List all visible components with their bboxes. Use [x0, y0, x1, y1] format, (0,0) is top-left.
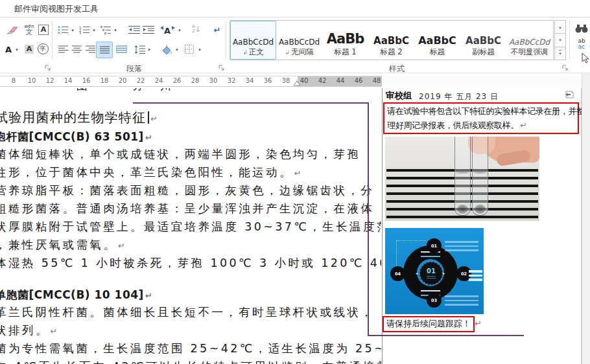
document-page[interactable]: 图 分州 试验用菌种的生物学特征↵ 孢杆菌[CMCC(B) 63 501]↵ 菌…: [0, 88, 381, 364]
align-right-button[interactable]: [83, 43, 97, 56]
document-line[interactable]: 粗糙形菌落。普通肉汤培养基：呈少量浑浊并产生沉淀，在液体↵: [0, 199, 381, 218]
style-item[interactable]: AaBbCcDd ↲ 不明显强调: [506, 21, 552, 60]
text-placeholder: [445, 295, 478, 308]
comment-text-line[interactable]: 请在试验中将包含以下特征的实验样本记录在册，并整: [387, 104, 575, 119]
document-line[interactable]: 菌为专性需氧菌，生长温度范围 25~42℃，适生长温度为 25~30℃，↵: [0, 339, 381, 358]
ruler-row: 8101214161820222426283032343638404244464…: [0, 73, 590, 87]
ribbon-tab[interactable]: 开发工具: [65, 4, 99, 14]
ribbon-tab[interactable]: 审阅: [31, 4, 48, 14]
comment-text-line[interactable]: 请保持后续问题跟踪！: [386, 319, 471, 328]
asian-layout-button[interactable]: A: [158, 23, 176, 36]
ruler-number: 22: [136, 77, 146, 84]
character-shading-button[interactable]: A: [22, 43, 36, 56]
clear-formatting-button[interactable]: [5, 23, 19, 36]
document-line[interactable]: 菌体细短棒状，单个或成链状，两端半圆形，染色均匀，芽孢↵: [0, 145, 381, 163]
document-line[interactable]: 柱形，位于菌体中央，革兰氏染色阳性，能运动。↵: [0, 163, 381, 181]
style-label: ↲ 正文: [242, 47, 264, 57]
numbering-button[interactable]: 123: [77, 23, 91, 36]
borders-icon: [185, 45, 194, 54]
document-text: 试验用菌种的生物学特征↵ 孢杆菌[CMCC(B) 63 501]↵ 菌体细短棒状…: [0, 106, 381, 364]
style-item[interactable]: AaBbCcDd ↲ 正文: [230, 21, 276, 60]
ribbon-tab[interactable]: 邮件: [14, 4, 31, 14]
document-line[interactable]: 在 4℃不生长而在 42℃可以生长的特点可用以鉴别。在普通培养↵: [0, 358, 381, 364]
ribbon-tab-bar: 邮件审阅视图开发工具: [0, 0, 590, 17]
align-center-button[interactable]: [69, 43, 84, 56]
document-line[interactable]: 试验用菌种的生物学特征↵: [0, 106, 381, 128]
borders-dropdown[interactable]: ▾: [197, 47, 202, 52]
styles-gallery-scroll: ▴ ▾ ▾: [554, 20, 566, 60]
replace-button[interactable]: ab ac: [574, 38, 589, 51]
numbering-icon: 123: [79, 25, 90, 34]
comment-text-line[interactable]: 理好周记录报表，供后续观察取样。↵: [387, 119, 575, 133]
bullets-button[interactable]: [56, 23, 70, 36]
horizontal-ruler[interactable]: 8101214161820222426283032343638404244464…: [0, 76, 382, 87]
increase-indent-button[interactable]: [141, 23, 156, 36]
sort-button[interactable]: AZ ↓: [189, 23, 204, 36]
paragraph-mark-icon: ↵: [294, 168, 301, 178]
distributed-icon: [116, 45, 127, 53]
numbering-dropdown[interactable]: ▾: [91, 28, 97, 33]
select-button[interactable]: [578, 52, 590, 65]
style-preview: AaBbC: [418, 34, 456, 47]
justify-button[interactable]: [96, 41, 113, 58]
asian-layout-dropdown[interactable]: ▾: [177, 28, 182, 33]
decrease-indent-button[interactable]: [127, 23, 141, 36]
styles-dialog-launcher[interactable]: [561, 64, 569, 71]
document-line[interactable]: 营养琼脂平板：菌落表面粗糙，圆形，灰黄色，边缘锯齿状，分↵: [0, 181, 381, 199]
ruler-number: 32: [226, 77, 237, 84]
font-color-button[interactable]: A: [1, 43, 16, 56]
line-spacing-dropdown[interactable]: ▾: [147, 47, 152, 52]
ruler-number: 26: [172, 77, 182, 84]
show-hide-marks-button[interactable]: ↵: [210, 23, 224, 36]
comment-reply-icon[interactable]: [564, 91, 574, 99]
multilevel-list-dropdown[interactable]: ▾: [113, 28, 118, 33]
font-color-dropdown[interactable]: ▾: [14, 47, 19, 52]
font-dialog-launcher[interactable]: [44, 64, 51, 71]
document-line[interactable]: 单胞菌[CMCC(B) 10 104]↵: [0, 286, 381, 303]
line-spacing-button[interactable]: [132, 43, 147, 56]
character-border-button[interactable]: A: [36, 23, 51, 36]
shading-button[interactable]: [159, 43, 174, 56]
document-line[interactable]: 革兰氏阴性杆菌。菌体细长且长短不一，有时呈球杆状或线状，↵: [0, 303, 381, 321]
ruler-number: 28: [190, 77, 200, 84]
document-line[interactable]: ↵: [0, 272, 381, 286]
ribbon-tab[interactable]: 视图: [48, 4, 65, 14]
shading-dropdown[interactable]: ▾: [174, 47, 180, 52]
distributed-button[interactable]: [114, 43, 128, 56]
align-left-button[interactable]: [56, 43, 70, 56]
style-item[interactable]: AaBbC ↲ 副标题: [460, 21, 506, 60]
multilevel-list-icon: [100, 25, 112, 34]
document-line[interactable]: ，兼性厌氧或需氧。↵: [0, 236, 381, 254]
document-line[interactable]: 状厚膜粘附于试管壁上。最适宜培养温度 30~37℃，生长温度范↵: [0, 218, 381, 236]
styles-scroll-up-button[interactable]: ▴: [554, 20, 566, 34]
document-line[interactable]: 状排列。↵: [0, 321, 381, 339]
style-item[interactable]: AaBbC ↲ 标题 2: [368, 21, 414, 60]
style-item[interactable]: AaBb ↲ 标题 1: [322, 21, 368, 60]
style-item[interactable]: AaBbC ↲ 标题: [414, 21, 460, 60]
document-line[interactable]: 孢杆菌[CMCC(B) 63 501]↵: [0, 128, 381, 145]
group-divider: [226, 21, 226, 60]
indent-marker[interactable]: [293, 81, 301, 86]
style-label: ↲ 标题 2: [381, 47, 403, 57]
style-label: ↲ 不明显强调: [511, 47, 549, 57]
enclose-characters-button[interactable]: 字: [36, 42, 50, 55]
test-tubes-photo[interactable]: [385, 137, 539, 221]
phonetic-guide-button[interactable]: wén 文: [22, 21, 36, 38]
word-window: 邮件审阅视图开发工具 /* tabs flow inline via repea…: [0, 0, 590, 364]
find-button[interactable]: [574, 22, 589, 35]
paragraph-mark-icon: ↵: [150, 114, 158, 124]
test-tube: [472, 137, 488, 216]
style-item[interactable]: AaBbCcDd ↲ 无间隔: [276, 21, 322, 60]
multilevel-list-button[interactable]: [99, 23, 113, 36]
borders-button[interactable]: [182, 43, 196, 56]
paragraph-dialog-launcher[interactable]: [218, 64, 225, 71]
document-line[interactable]: 体湿热 55℃ 1 小时被杀死，芽孢 100℃ 3 小时或 120℃ 40 分钟…: [0, 254, 381, 272]
bullets-dropdown[interactable]: ▾: [70, 28, 75, 33]
styles-gallery-more-button[interactable]: ▾: [554, 47, 566, 60]
styles-scroll-down-button[interactable]: ▾: [554, 34, 566, 47]
menu-bars-icon: [469, 270, 482, 283]
paragraph-mark-icon: ↲: [285, 49, 290, 56]
vertical-scrollbar[interactable]: [582, 73, 590, 364]
infographic-image[interactable]: 01 01020304 ◂ ▸: [385, 228, 484, 314]
ruler-number: 46: [353, 77, 364, 84]
